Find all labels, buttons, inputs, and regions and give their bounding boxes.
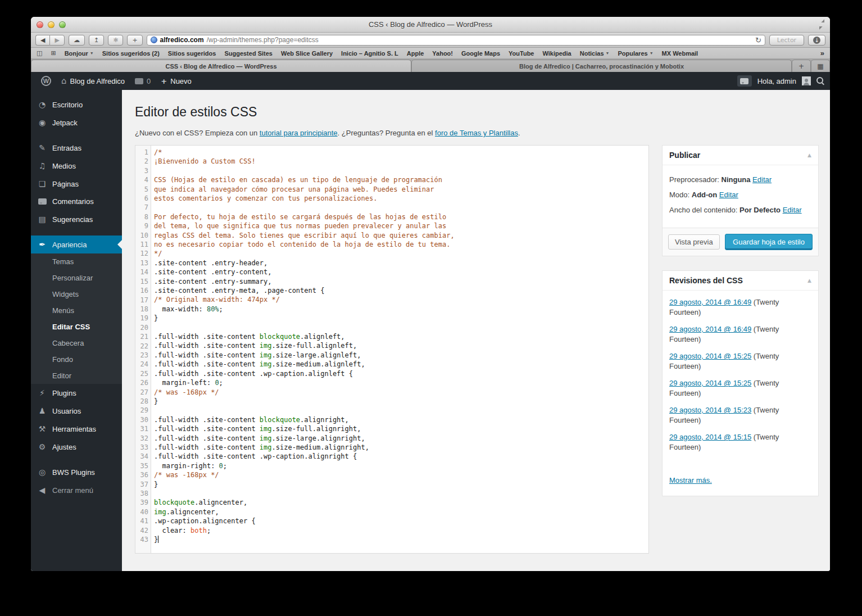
- show-more-link[interactable]: Mostrar más.: [669, 476, 712, 484]
- code-line[interactable]: .full-width .site-content img.size-mediu…: [154, 360, 648, 369]
- revision-link[interactable]: 29 agosto, 2014 @ 15:25: [669, 352, 751, 360]
- code-line[interactable]: [154, 406, 648, 415]
- bookmark-item[interactable]: MX Webmail: [662, 50, 698, 57]
- bookmark-item[interactable]: Wikipedia: [542, 50, 571, 57]
- fullscreen-icon[interactable]: [818, 21, 825, 28]
- sidebar-item-men-s[interactable]: Menús: [31, 302, 122, 319]
- forward-button[interactable]: ▶: [49, 35, 64, 46]
- revision-link[interactable]: 29 agosto, 2014 @ 16:49: [669, 325, 751, 333]
- code-line[interactable]: */: [154, 249, 648, 258]
- bookmark-item[interactable]: Sitios sugeridos: [168, 50, 216, 57]
- code-line[interactable]: que indica al navegador cómo procesar un…: [154, 185, 648, 194]
- code-line[interactable]: estos comentarios y comenzar con tus per…: [154, 194, 648, 203]
- css-code-editor[interactable]: 1234567891011121314151617181920212223242…: [135, 145, 649, 554]
- code-line[interactable]: .site-content .entry-meta, .page-content…: [154, 286, 648, 295]
- save-stylesheet-button[interactable]: Guardar hoja de estilo: [725, 234, 813, 250]
- sidebar-item-medios[interactable]: ♫Medios: [31, 157, 122, 175]
- code-line[interactable]: [154, 203, 648, 212]
- intro-link[interactable]: tutorial para principiante: [260, 129, 338, 137]
- sidebar-item-apariencia[interactable]: ✒Apariencia: [31, 235, 122, 253]
- sidebar-item-cerrar-men-[interactable]: ◀Cerrar menú: [31, 481, 122, 499]
- sidebar-item-entradas[interactable]: ✎Entradas: [31, 139, 122, 157]
- preview-button[interactable]: Vista previa: [668, 234, 720, 250]
- code-line[interactable]: }: [154, 314, 648, 323]
- code-line[interactable]: blockquote.aligncenter,: [154, 498, 648, 507]
- sidebar-item-temas[interactable]: Temas: [31, 253, 122, 270]
- sidebar-item-p-ginas[interactable]: ❏Páginas: [31, 175, 122, 193]
- reload-icon[interactable]: ↻: [755, 36, 761, 44]
- code-line[interactable]: }: [154, 535, 648, 544]
- code-line[interactable]: .full-width .site-content img.size-mediu…: [154, 443, 648, 452]
- bookmark-item[interactable]: Populares▼: [618, 50, 653, 57]
- code-line[interactable]: CSS (Hojas de estilo en cascada) es un t…: [154, 175, 648, 184]
- bookmark-item[interactable]: Web Slice Gallery: [281, 50, 333, 57]
- code-line[interactable]: [154, 489, 648, 498]
- close-window-button[interactable]: [37, 21, 43, 28]
- back-button[interactable]: ◀: [35, 35, 49, 46]
- code-line[interactable]: .site-content .entry-header,: [154, 259, 648, 268]
- code-line[interactable]: margin-left: 0;: [154, 378, 648, 387]
- collapse-panel-icon[interactable]: ▲: [807, 278, 811, 283]
- avatar[interactable]: [802, 76, 811, 85]
- zoom-window-button[interactable]: [59, 21, 66, 28]
- code-line[interactable]: no es necesario copiar todo el contenido…: [154, 240, 648, 249]
- revision-link[interactable]: 29 agosto, 2014 @ 15:23: [669, 406, 751, 414]
- top-sites-button[interactable]: ✱: [108, 35, 123, 46]
- bookmark-item[interactable]: Suggested Sites: [224, 50, 273, 57]
- code-line[interactable]: clear: both;: [154, 526, 648, 535]
- code-line[interactable]: margin-right: 0;: [154, 461, 648, 470]
- code-line[interactable]: /* Original max-width: 474px */: [154, 295, 648, 304]
- bookmark-item[interactable]: Apple: [407, 50, 424, 57]
- tab-active[interactable]: CSS ‹ Blog de Alfredico — WordPress: [31, 60, 411, 72]
- bookmark-item[interactable]: Sitios sugeridos (2): [102, 50, 160, 57]
- code-line[interactable]: reglas CSS del tema. Solo tienes que esc…: [154, 231, 648, 240]
- sidebar-item-plugins[interactable]: ⚡Plugins: [31, 384, 122, 402]
- show-all-tabs-button[interactable]: ▦: [811, 60, 830, 72]
- code-line[interactable]: .full-width .site-content img.size-large…: [154, 434, 648, 443]
- top-sites-grid-icon[interactable]: ⊞: [51, 49, 56, 57]
- wp-logo-menu[interactable]: W: [37, 72, 56, 90]
- code-line[interactable]: .full-width .site-content img.size-full.…: [154, 424, 648, 433]
- sidebar-item-escritorio[interactable]: ◔Escritorio: [31, 96, 122, 114]
- sidebar-item-fondo[interactable]: Fondo: [31, 351, 122, 368]
- account-greeting[interactable]: Hola, admin: [757, 77, 796, 85]
- titlebar[interactable]: CSS ‹ Blog de Alfredico — WordPress: [31, 17, 830, 33]
- reading-list-icon[interactable]: ◫: [37, 49, 42, 57]
- bookmark-item[interactable]: Inicio – Agnitio S. L: [341, 50, 398, 57]
- bookmark-item[interactable]: Yahoo!: [432, 50, 453, 57]
- sidebar-item-jetpack[interactable]: ◉Jetpack: [31, 114, 122, 132]
- code-line[interactable]: .full-width .site-content img.size-full.…: [154, 341, 648, 350]
- code-lines[interactable]: /*¡Bienvenido a Custom CSS!CSS (Hojas de…: [151, 146, 648, 553]
- tab-inactive[interactable]: Blog de Alfredico | Cacharreo, procastin…: [411, 60, 792, 72]
- sidebar-item-sugerencias[interactable]: ▤Sugerencias: [31, 210, 122, 228]
- edit-setting-link[interactable]: Editar: [752, 175, 772, 184]
- search-icon[interactable]: [816, 77, 824, 85]
- code-line[interactable]: [154, 323, 648, 332]
- share-button[interactable]: ↥: [89, 35, 104, 46]
- code-line[interactable]: /*: [154, 148, 648, 157]
- new-content-menu[interactable]: + Nuevo: [156, 72, 196, 90]
- code-line[interactable]: .site-content .entry-content,: [154, 268, 648, 277]
- address-bar[interactable]: alfredico.com/wp-admin/themes.php?page=e…: [147, 35, 765, 46]
- edit-setting-link[interactable]: Editar: [719, 191, 738, 199]
- sidebar-item-widgets[interactable]: Widgets: [31, 286, 122, 302]
- sidebar-item-personalizar[interactable]: Personalizar: [31, 270, 122, 286]
- code-line[interactable]: .full-width .site-content .wp-caption.al…: [154, 369, 648, 378]
- sidebar-item-ajustes[interactable]: ⚙Ajustes: [31, 438, 122, 456]
- code-line[interactable]: [154, 166, 648, 175]
- sidebar-item-editor[interactable]: Editor: [31, 368, 122, 384]
- code-line[interactable]: }: [154, 480, 648, 489]
- intro-link[interactable]: foro de Temas y Plantillas: [435, 129, 518, 137]
- code-line[interactable]: /* was -168px */: [154, 388, 648, 397]
- edit-setting-link[interactable]: Editar: [783, 206, 802, 214]
- icloud-tabs-button[interactable]: ☁: [69, 35, 85, 46]
- sidebar-item-cabecera[interactable]: Cabecera: [31, 335, 122, 351]
- code-line[interactable]: Por defecto, tu hoja de estilo se cargar…: [154, 212, 648, 221]
- site-menu[interactable]: ⌂ Blog de Alfredico: [57, 72, 129, 90]
- code-line[interactable]: img.aligncenter,: [154, 508, 648, 517]
- code-line[interactable]: max-width: 80%;: [154, 305, 648, 314]
- bookmark-item[interactable]: Google Maps: [461, 50, 500, 57]
- add-tab-button[interactable]: +: [792, 60, 811, 72]
- code-line[interactable]: .full-width .site-content .wp-caption.al…: [154, 452, 648, 461]
- code-line[interactable]: .site-content .entry-summary,: [154, 277, 648, 286]
